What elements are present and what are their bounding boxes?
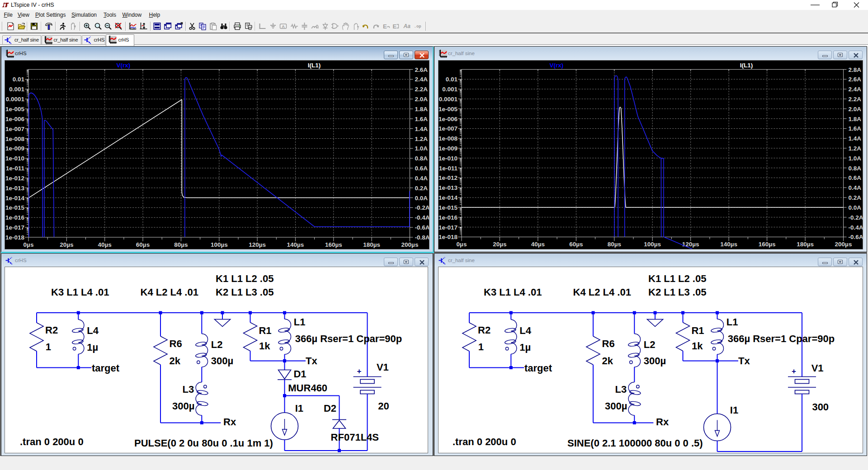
svg-text:2.8A: 2.8A xyxy=(849,66,862,73)
svg-text:Aa: Aa xyxy=(403,23,411,29)
svg-text:1e-007: 1e-007 xyxy=(5,126,24,132)
svg-text:.op: .op xyxy=(414,24,421,29)
svg-text:20µs: 20µs xyxy=(60,241,73,248)
svg-text:120µs: 120µs xyxy=(249,241,266,248)
svg-text:0.4A: 0.4A xyxy=(849,184,862,191)
svg-text:I(L1): I(L1) xyxy=(308,62,321,69)
svg-text:40µs: 40µs xyxy=(98,241,112,248)
svg-text:1.0A: 1.0A xyxy=(849,155,862,162)
svg-text:SINE(0 2.1 100000 80u 0 0 .5): SINE(0 2.1 100000 80u 0 0 .5) xyxy=(567,437,703,449)
svg-text:L2: L2 xyxy=(211,339,223,350)
svg-text:0.8A: 0.8A xyxy=(849,165,862,172)
svg-text:300µ: 300µ xyxy=(211,355,233,367)
svg-text:300: 300 xyxy=(812,401,829,413)
svg-text:-0.2A: -0.2A xyxy=(415,204,429,211)
svg-text:Tx: Tx xyxy=(306,355,317,367)
svg-text:1.2A: 1.2A xyxy=(849,145,862,152)
svg-text:V(rx): V(rx) xyxy=(550,62,564,69)
svg-text:1e-016: 1e-016 xyxy=(439,214,458,221)
svg-text:1e-016: 1e-016 xyxy=(5,214,25,221)
svg-text:1e-018: 1e-018 xyxy=(5,234,25,241)
svg-text:K2 L1 L3 .05: K2 L1 L3 .05 xyxy=(216,287,274,298)
svg-text:180µs: 180µs xyxy=(363,241,380,248)
svg-text:1e-009: 1e-009 xyxy=(439,145,458,152)
svg-text:1e-014: 1e-014 xyxy=(5,195,25,202)
svg-text:E: E xyxy=(383,23,387,30)
svg-text:2.4A: 2.4A xyxy=(415,76,428,83)
svg-text:0.001: 0.001 xyxy=(9,86,24,93)
svg-text:0µs: 0µs xyxy=(24,241,34,248)
svg-text:-0.2A: -0.2A xyxy=(849,214,863,221)
svg-text:80µs: 80µs xyxy=(174,241,188,248)
svg-text:R6: R6 xyxy=(170,338,182,349)
svg-text:R1: R1 xyxy=(259,325,271,336)
svg-text:1e-012: 1e-012 xyxy=(5,175,24,182)
svg-text:0.4A: 0.4A xyxy=(415,175,428,182)
svg-text:180µs: 180µs xyxy=(797,241,814,248)
svg-text:L2: L2 xyxy=(644,339,656,350)
svg-text:1e-006: 1e-006 xyxy=(439,116,458,122)
svg-text:0.2A: 0.2A xyxy=(415,185,428,192)
svg-text:140µs: 140µs xyxy=(720,241,737,248)
svg-text:1.0A: 1.0A xyxy=(415,145,428,152)
svg-text:1e-011: 1e-011 xyxy=(6,165,25,172)
svg-text:1e-009: 1e-009 xyxy=(5,145,24,152)
svg-text:L3: L3 xyxy=(615,384,627,395)
svg-text:V1: V1 xyxy=(377,362,389,373)
svg-text:80µs: 80µs xyxy=(608,241,621,248)
svg-text:1.6A: 1.6A xyxy=(415,116,428,122)
svg-text:1e-013: 1e-013 xyxy=(439,184,458,191)
svg-text:L4: L4 xyxy=(519,325,531,336)
svg-text:.tran 0 200u 0: .tran 0 200u 0 xyxy=(20,436,84,447)
svg-text:1.6A: 1.6A xyxy=(849,125,862,132)
svg-text:60µs: 60µs xyxy=(569,241,583,248)
svg-text:MUR460: MUR460 xyxy=(288,382,327,394)
svg-text:0.01: 0.01 xyxy=(446,76,458,83)
svg-text:Rx: Rx xyxy=(656,416,669,428)
svg-text:40µs: 40µs xyxy=(531,241,545,248)
svg-text:E: E xyxy=(393,23,397,30)
svg-text:L3: L3 xyxy=(183,384,194,395)
svg-text:D2: D2 xyxy=(324,403,336,414)
svg-text:200µs: 200µs xyxy=(835,241,852,248)
svg-text:K3 L1 L4 .01: K3 L1 L4 .01 xyxy=(484,287,542,298)
svg-text:-0.8A: -0.8A xyxy=(415,234,429,241)
svg-text:1e-014: 1e-014 xyxy=(439,194,458,201)
svg-text:1k: 1k xyxy=(259,340,270,352)
svg-text:K4 L2 L4 .01: K4 L2 L4 .01 xyxy=(573,287,631,298)
svg-text:300µ: 300µ xyxy=(605,400,627,412)
svg-text:0.0001: 0.0001 xyxy=(6,96,25,103)
svg-text:target: target xyxy=(524,362,552,374)
svg-text:160µs: 160µs xyxy=(325,241,342,248)
svg-text:L1: L1 xyxy=(294,316,306,328)
svg-text:1e-015: 1e-015 xyxy=(439,204,458,211)
svg-text:K1 L1 L2 .05: K1 L1 L2 .05 xyxy=(216,273,274,284)
svg-text:1e-013: 1e-013 xyxy=(5,185,25,192)
svg-text:1e-017: 1e-017 xyxy=(439,224,458,231)
svg-text:.tran 0 200u 0: .tran 0 200u 0 xyxy=(453,436,516,447)
svg-text:60µs: 60µs xyxy=(136,241,150,248)
svg-text:1.8A: 1.8A xyxy=(415,106,428,113)
svg-text:R2: R2 xyxy=(45,324,58,336)
svg-text:0.8A: 0.8A xyxy=(415,155,428,162)
svg-text:1.2A: 1.2A xyxy=(415,136,428,142)
svg-text:0.2A: 0.2A xyxy=(849,194,862,201)
svg-text:1µ: 1µ xyxy=(519,342,531,353)
svg-text:1e-011: 1e-011 xyxy=(439,165,458,172)
svg-text:1e-005: 1e-005 xyxy=(439,106,458,113)
svg-text:0.0001: 0.0001 xyxy=(439,96,458,103)
svg-text:1e-018: 1e-018 xyxy=(439,234,458,240)
svg-text:RF071L4S: RF071L4S xyxy=(331,432,379,443)
svg-text:0.01: 0.01 xyxy=(13,76,25,83)
svg-text:366µ Rser=1 Cpar=90p: 366µ Rser=1 Cpar=90p xyxy=(728,333,835,344)
svg-text:140µs: 140µs xyxy=(287,241,304,248)
svg-text:V(rx): V(rx) xyxy=(117,62,131,69)
svg-text:2.6A: 2.6A xyxy=(849,76,862,83)
svg-text:K2 L1 L3 .05: K2 L1 L3 .05 xyxy=(648,287,706,298)
svg-text:100µs: 100µs xyxy=(644,241,661,248)
svg-text:20µs: 20µs xyxy=(493,241,506,248)
svg-text:Tx: Tx xyxy=(738,355,750,367)
svg-text:1e-010: 1e-010 xyxy=(439,155,458,162)
svg-text:1e-008: 1e-008 xyxy=(5,136,25,142)
svg-text:2.2A: 2.2A xyxy=(415,86,428,93)
